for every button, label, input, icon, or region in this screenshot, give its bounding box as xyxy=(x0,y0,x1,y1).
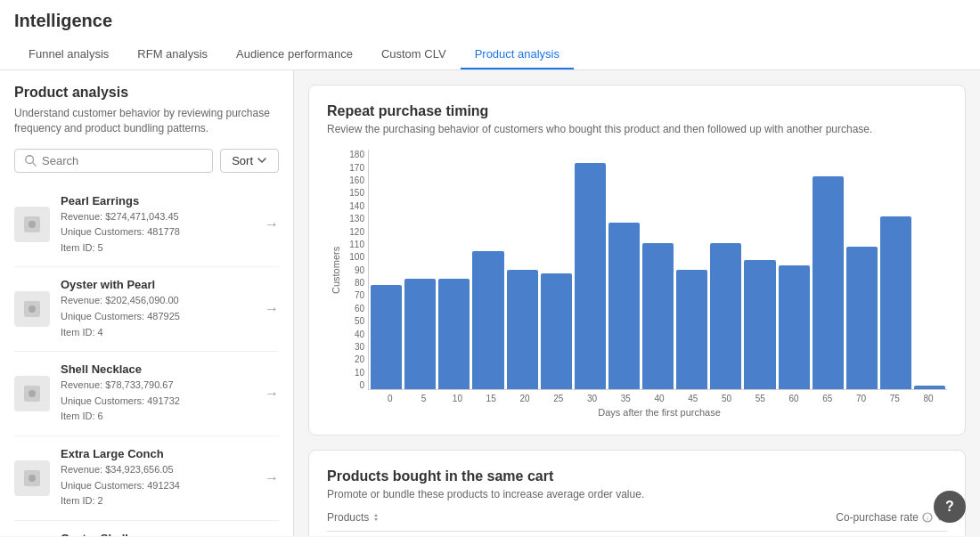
product-thumb-icon xyxy=(22,384,42,403)
product-info: Extra Large Conch Revenue: $34,923,656.0… xyxy=(61,447,257,509)
chart-bar xyxy=(371,285,402,389)
x-axis-tick: 25 xyxy=(542,394,576,403)
chart-bar xyxy=(744,260,775,389)
chart2-title: Products bought in the same cart xyxy=(327,468,947,484)
info-icon[interactable]: i xyxy=(922,512,933,523)
nav-tab-product[interactable]: Product analysis xyxy=(461,40,574,69)
app-header: Intelligence Funnel analysisRFM analysis… xyxy=(0,0,980,70)
product-revenue: Revenue: $202,456,090.00 xyxy=(61,293,257,309)
sidebar-description: Understand customer behavior by reviewin… xyxy=(14,106,279,136)
svg-point-3 xyxy=(29,221,36,228)
x-axis-tick: 20 xyxy=(508,394,542,403)
chart-bar xyxy=(438,279,470,389)
product-item[interactable]: Extra Large Conch Revenue: $34,923,656.0… xyxy=(14,436,279,521)
x-axis-tick: 30 xyxy=(576,394,609,403)
chart-bar xyxy=(880,216,911,389)
x-axis-tick: 65 xyxy=(811,394,845,403)
product-item[interactable]: Oyster with Pearl Revenue: $202,456,090.… xyxy=(14,267,279,352)
y-axis-tick: 40 xyxy=(341,330,364,339)
search-input[interactable] xyxy=(42,154,203,167)
y-axis-tick: 80 xyxy=(341,278,364,288)
y-axis-tick: 180 xyxy=(341,150,364,159)
product-customers: Unique Customers: 491234 xyxy=(61,478,257,494)
product-info: Oyster with Pearl Revenue: $202,456,090.… xyxy=(61,278,257,340)
x-axis-title: Days after the first purchase xyxy=(372,407,947,418)
nav-tab-funnel[interactable]: Funnel analysis xyxy=(14,40,123,69)
chart1-area: Customers 010203040506070809010011012013… xyxy=(327,150,947,417)
svg-point-5 xyxy=(29,305,36,313)
product-revenue: Revenue: $34,923,656.05 xyxy=(61,462,257,478)
chart-bar xyxy=(472,251,503,389)
chart1-desc: Review the purchasing behavior of custom… xyxy=(327,123,947,135)
help-button[interactable]: ? xyxy=(934,491,966,523)
nav-tab-audience[interactable]: Audience performance xyxy=(222,40,367,69)
chart-bar xyxy=(676,270,707,390)
y-axis-tick: 90 xyxy=(341,265,364,275)
product-thumb xyxy=(14,460,50,496)
nav-tab-rfm[interactable]: RFM analysis xyxy=(123,40,222,69)
x-axis-tick: 45 xyxy=(676,394,710,403)
sort-products-icon[interactable] xyxy=(372,512,383,523)
sort-button[interactable]: Sort xyxy=(220,149,279,173)
product-arrow: → xyxy=(265,216,279,232)
product-info: Pearl Earrings Revenue: $274,471,043.45 … xyxy=(61,194,257,256)
y-axis-tick: 0 xyxy=(341,380,364,390)
chart-bar xyxy=(404,279,436,389)
chart-bar xyxy=(813,176,844,389)
product-info: Shell Necklace Revenue: $78,733,790.67 U… xyxy=(61,362,257,425)
chart-bar xyxy=(608,223,640,389)
product-item-id: Item ID: 6 xyxy=(61,409,257,425)
chart-bar xyxy=(642,243,674,389)
col-copurchase: Co-purchase rate i xyxy=(836,511,947,524)
product-name: Pearl Earrings xyxy=(61,194,257,207)
x-axis-tick: 10 xyxy=(441,394,475,403)
chart1-title: Repeat purchase timing xyxy=(327,103,947,119)
y-axis-tick: 140 xyxy=(341,201,364,211)
product-item[interactable]: Shell Necklace Revenue: $78,733,790.67 U… xyxy=(14,352,279,436)
y-axis-label: Customers xyxy=(327,150,341,390)
x-axis-tick: 5 xyxy=(407,394,441,403)
product-name: Oyster with Pearl xyxy=(61,278,257,291)
product-thumb-icon xyxy=(22,468,42,488)
chart2-desc: Promote or bundle these products to incr… xyxy=(327,488,947,500)
chart-bar xyxy=(710,243,741,389)
product-customers: Unique Customers: 481778 xyxy=(61,224,257,240)
table-header: Products Co-purchase rate i xyxy=(327,511,947,532)
product-thumb xyxy=(14,376,50,411)
product-thumb-icon xyxy=(22,299,42,319)
product-arrow: → xyxy=(265,386,279,402)
y-axis-tick: 60 xyxy=(341,304,364,313)
x-axis-tick: 80 xyxy=(911,394,945,403)
y-axis-tick: 120 xyxy=(341,227,364,237)
x-axis-tick: 15 xyxy=(474,394,508,403)
sidebar: Product analysis Understand customer beh… xyxy=(0,70,294,536)
nav-tabs: Funnel analysisRFM analysisAudience perf… xyxy=(14,40,966,69)
chart-bar xyxy=(914,386,945,389)
product-thumb-icon xyxy=(22,215,42,234)
product-revenue: Revenue: $78,733,790.67 xyxy=(61,378,257,394)
nav-tab-custom-clv[interactable]: Custom CLV xyxy=(367,40,461,69)
x-axis-tick: 35 xyxy=(608,394,642,403)
x-axis-tick: 70 xyxy=(845,394,878,403)
product-thumb xyxy=(14,207,50,242)
product-arrow: → xyxy=(265,470,279,486)
product-name: Oyster Shell xyxy=(61,532,257,536)
sidebar-title: Product analysis xyxy=(14,85,279,101)
same-cart-card: Products bought in the same cart Promote… xyxy=(308,450,966,536)
y-axis-tick: 170 xyxy=(341,163,364,173)
product-item[interactable]: Oyster Shell Revenue: $14,765,965.00 Uni… xyxy=(14,521,279,536)
y-axis-tick: 130 xyxy=(341,214,364,224)
chart-bar xyxy=(541,273,572,389)
product-name: Extra Large Conch xyxy=(61,447,257,460)
chart-bar xyxy=(846,247,878,389)
chart-bars xyxy=(368,150,947,390)
product-revenue: Revenue: $274,471,043.45 xyxy=(61,209,257,225)
product-item[interactable]: Pearl Earrings Revenue: $274,471,043.45 … xyxy=(14,183,279,268)
svg-text:i: i xyxy=(927,516,928,522)
y-axis-tick: 30 xyxy=(341,342,364,352)
chart-bar xyxy=(507,270,538,390)
y-axis-tick: 150 xyxy=(341,188,364,198)
y-axis-tick: 110 xyxy=(341,240,364,249)
chart-bar xyxy=(779,265,810,389)
search-box[interactable] xyxy=(14,149,213,173)
